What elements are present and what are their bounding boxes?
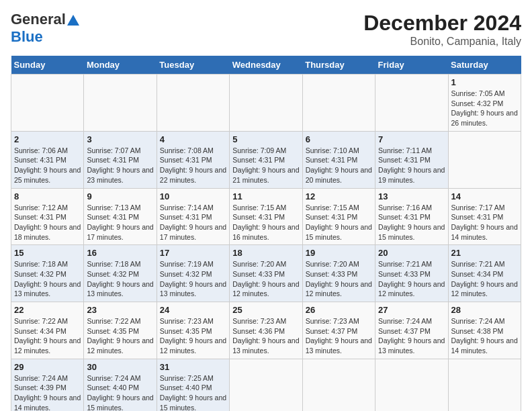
day-number: 21 — [451, 248, 518, 258]
header-cell-wednesday: Wednesday — [230, 56, 302, 75]
day-info: Sunrise: 7:21 AMSunset: 4:34 PMDaylight:… — [451, 259, 518, 299]
calendar-cell — [375, 359, 448, 411]
calendar-cell: 28Sunrise: 7:24 AMSunset: 4:38 PMDayligh… — [448, 302, 521, 359]
calendar-cell: 11Sunrise: 7:15 AMSunset: 4:31 PMDayligh… — [230, 188, 302, 245]
day-number: 8 — [14, 191, 81, 201]
day-info: Sunrise: 7:18 AMSunset: 4:32 PMDaylight:… — [14, 259, 81, 299]
day-info: Sunrise: 7:14 AMSunset: 4:31 PMDaylight:… — [160, 203, 226, 242]
day-info: Sunrise: 7:11 AMSunset: 4:31 PMDaylight:… — [378, 146, 445, 185]
day-info: Sunrise: 7:20 AMSunset: 4:33 PMDaylight:… — [232, 259, 299, 299]
day-info: Sunrise: 7:22 AMSunset: 4:35 PMDaylight:… — [87, 316, 153, 356]
calendar-row: 8Sunrise: 7:12 AMSunset: 4:31 PMDaylight… — [11, 188, 521, 245]
day-number: 24 — [160, 305, 226, 315]
day-number: 27 — [378, 305, 445, 315]
page-title: December 2024 — [363, 11, 521, 36]
calendar-cell: 22Sunrise: 7:22 AMSunset: 4:34 PMDayligh… — [11, 302, 84, 359]
calendar-cell: 20Sunrise: 7:21 AMSunset: 4:33 PMDayligh… — [375, 245, 448, 302]
day-number: 18 — [232, 248, 299, 258]
calendar-cell: 30Sunrise: 7:24 AMSunset: 4:40 PMDayligh… — [84, 359, 157, 411]
calendar-cell — [230, 359, 302, 411]
day-info: Sunrise: 7:07 AMSunset: 4:31 PMDaylight:… — [87, 146, 153, 185]
day-info: Sunrise: 7:25 AMSunset: 4:40 PMDaylight:… — [160, 373, 226, 411]
calendar-cell: 25Sunrise: 7:23 AMSunset: 4:36 PMDayligh… — [230, 302, 302, 359]
calendar-cell: 16Sunrise: 7:18 AMSunset: 4:32 PMDayligh… — [84, 245, 157, 302]
calendar-row: 15Sunrise: 7:18 AMSunset: 4:32 PMDayligh… — [11, 245, 521, 302]
calendar-cell: 15Sunrise: 7:18 AMSunset: 4:32 PMDayligh… — [11, 245, 84, 302]
header-cell-tuesday: Tuesday — [157, 56, 229, 75]
page-subtitle: Bonito, Campania, Italy — [363, 36, 521, 48]
calendar-row: 1Sunrise: 7:05 AMSunset: 4:32 PMDaylight… — [11, 75, 521, 132]
day-number: 12 — [306, 191, 372, 201]
day-info: Sunrise: 7:24 AMSunset: 4:37 PMDaylight:… — [378, 316, 445, 356]
day-info: Sunrise: 7:08 AMSunset: 4:31 PMDaylight:… — [160, 146, 226, 185]
day-number: 13 — [378, 191, 445, 201]
day-number: 14 — [451, 191, 518, 201]
day-number: 31 — [160, 362, 226, 372]
day-info: Sunrise: 7:23 AMSunset: 4:35 PMDaylight:… — [160, 316, 226, 356]
calendar-cell: 2Sunrise: 7:06 AMSunset: 4:31 PMDaylight… — [11, 131, 84, 188]
calendar-cell: 10Sunrise: 7:14 AMSunset: 4:31 PMDayligh… — [157, 188, 229, 245]
header-cell-sunday: Sunday — [11, 56, 84, 75]
calendar-cell: 3Sunrise: 7:07 AMSunset: 4:31 PMDaylight… — [84, 131, 157, 188]
calendar-table: SundayMondayTuesdayWednesdayThursdayFrid… — [11, 56, 521, 411]
logo-text-general: General — [11, 11, 66, 28]
day-info: Sunrise: 7:06 AMSunset: 4:31 PMDaylight:… — [14, 146, 81, 185]
day-number: 23 — [87, 305, 153, 315]
day-info: Sunrise: 7:24 AMSunset: 4:38 PMDaylight:… — [451, 316, 518, 356]
calendar-cell: 9Sunrise: 7:13 AMSunset: 4:31 PMDaylight… — [84, 188, 157, 245]
header-cell-monday: Monday — [84, 56, 157, 75]
calendar-cell: 8Sunrise: 7:12 AMSunset: 4:31 PMDaylight… — [11, 188, 84, 245]
day-number: 4 — [160, 134, 226, 144]
day-info: Sunrise: 7:24 AMSunset: 4:40 PMDaylight:… — [87, 373, 153, 411]
calendar-cell: 7Sunrise: 7:11 AMSunset: 4:31 PMDaylight… — [375, 131, 448, 188]
calendar-cell — [84, 75, 157, 132]
logo: General Blue — [11, 11, 79, 46]
day-number: 11 — [232, 191, 299, 201]
day-info: Sunrise: 7:20 AMSunset: 4:33 PMDaylight:… — [306, 259, 372, 299]
day-number: 17 — [160, 248, 226, 258]
calendar-cell: 12Sunrise: 7:15 AMSunset: 4:31 PMDayligh… — [302, 188, 375, 245]
header-row: SundayMondayTuesdayWednesdayThursdayFrid… — [11, 56, 521, 75]
calendar-cell: 5Sunrise: 7:09 AMSunset: 4:31 PMDaylight… — [230, 131, 302, 188]
calendar-cell: 1Sunrise: 7:05 AMSunset: 4:32 PMDaylight… — [448, 75, 521, 132]
page-header: General Blue December 2024 Bonito, Campa… — [11, 11, 521, 48]
header-cell-saturday: Saturday — [448, 56, 521, 75]
day-info: Sunrise: 7:17 AMSunset: 4:31 PMDaylight:… — [451, 203, 518, 242]
calendar-row: 29Sunrise: 7:24 AMSunset: 4:39 PMDayligh… — [11, 359, 521, 411]
logo-text-blue: Blue — [11, 28, 43, 45]
day-number: 9 — [87, 191, 153, 201]
day-info: Sunrise: 7:15 AMSunset: 4:31 PMDaylight:… — [306, 203, 372, 242]
calendar-cell: 18Sunrise: 7:20 AMSunset: 4:33 PMDayligh… — [230, 245, 302, 302]
title-block: December 2024 Bonito, Campania, Italy — [363, 11, 521, 48]
calendar-cell — [302, 359, 375, 411]
calendar-cell: 13Sunrise: 7:16 AMSunset: 4:31 PMDayligh… — [375, 188, 448, 245]
calendar-cell: 4Sunrise: 7:08 AMSunset: 4:31 PMDaylight… — [157, 131, 229, 188]
day-info: Sunrise: 7:21 AMSunset: 4:33 PMDaylight:… — [378, 259, 445, 299]
day-number: 10 — [160, 191, 226, 201]
day-info: Sunrise: 7:24 AMSunset: 4:39 PMDaylight:… — [14, 373, 81, 411]
calendar-cell: 6Sunrise: 7:10 AMSunset: 4:31 PMDaylight… — [302, 131, 375, 188]
calendar-cell: 23Sunrise: 7:22 AMSunset: 4:35 PMDayligh… — [84, 302, 157, 359]
day-number: 3 — [87, 134, 153, 144]
calendar-cell — [11, 75, 84, 132]
calendar-cell — [448, 131, 521, 188]
day-info: Sunrise: 7:05 AMSunset: 4:32 PMDaylight:… — [451, 89, 518, 128]
svg-marker-0 — [67, 15, 79, 26]
day-number: 29 — [14, 362, 81, 372]
day-number: 19 — [306, 248, 372, 258]
day-info: Sunrise: 7:18 AMSunset: 4:32 PMDaylight:… — [87, 259, 153, 299]
calendar-cell — [230, 75, 302, 132]
day-number: 1 — [451, 77, 518, 87]
calendar-cell: 31Sunrise: 7:25 AMSunset: 4:40 PMDayligh… — [157, 359, 229, 411]
day-number: 15 — [14, 248, 81, 258]
calendar-cell: 14Sunrise: 7:17 AMSunset: 4:31 PMDayligh… — [448, 188, 521, 245]
calendar-row: 22Sunrise: 7:22 AMSunset: 4:34 PMDayligh… — [11, 302, 521, 359]
day-number: 20 — [378, 248, 445, 258]
day-info: Sunrise: 7:23 AMSunset: 4:36 PMDaylight:… — [232, 316, 299, 356]
day-number: 30 — [87, 362, 153, 372]
day-info: Sunrise: 7:19 AMSunset: 4:32 PMDaylight:… — [160, 259, 226, 299]
day-info: Sunrise: 7:15 AMSunset: 4:31 PMDaylight:… — [232, 203, 299, 242]
day-info: Sunrise: 7:16 AMSunset: 4:31 PMDaylight:… — [378, 203, 445, 242]
calendar-cell: 27Sunrise: 7:24 AMSunset: 4:37 PMDayligh… — [375, 302, 448, 359]
calendar-cell: 29Sunrise: 7:24 AMSunset: 4:39 PMDayligh… — [11, 359, 84, 411]
